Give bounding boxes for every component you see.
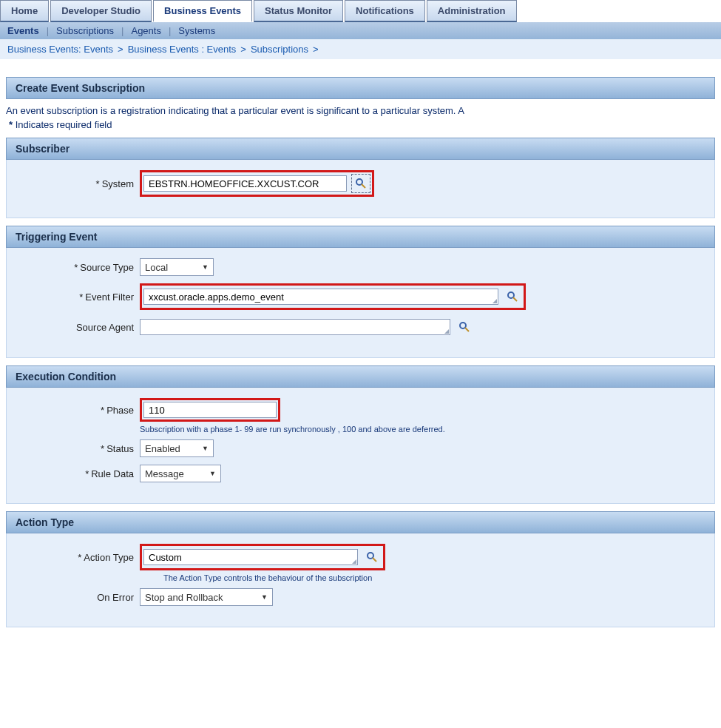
tab-business-events[interactable]: Business Events [153,0,252,22]
sub-nav: Events | Subscriptions | Agents | System… [0,22,721,39]
svg-point-6 [368,553,373,559]
tab-status-monitor[interactable]: Status Monitor [254,0,343,22]
section-body-action: *Action Type The Action Type controls th… [6,533,715,627]
page-title: Create Event Subscription [6,77,715,99]
rule-data-label: *Rule Data [16,468,134,479]
source-agent-lov-button[interactable] [455,317,474,337]
subnav-systems[interactable]: Systems [178,25,215,36]
svg-line-3 [513,297,517,301]
search-icon [507,291,518,303]
crumb-separator: > [240,44,246,55]
action-type-hint: The Action Type controls the behaviour o… [163,573,385,582]
tab-developer-studio[interactable]: Developer Studio [50,0,152,22]
subnav-separator: | [47,25,49,36]
rule-data-select[interactable]: Message [140,465,221,482]
subnav-separator: | [169,25,171,36]
source-agent-label-text: Source Agent [76,322,134,333]
source-agent-input[interactable] [140,319,450,335]
source-agent-label: Source Agent [16,322,134,333]
breadcrumb: Business Events: Events > Business Event… [0,39,721,59]
section-body-triggering: *Source Type Local *Event Filter [6,248,715,358]
source-type-label-text: Source Type [80,262,134,273]
rule-data-label-text: Rule Data [91,468,134,479]
crumb-separator: > [118,44,123,55]
main-tabs: Home Developer Studio Business Events St… [0,0,721,22]
tab-administration[interactable]: Administration [427,0,517,22]
system-lov-button[interactable] [351,174,370,193]
action-type-input[interactable] [143,549,358,565]
svg-line-1 [362,184,365,188]
svg-point-0 [356,179,362,185]
system-label: *System [16,178,134,189]
source-type-select[interactable]: Local [140,258,214,276]
on-error-label: On Error [16,592,134,603]
section-header-triggering: Triggering Event [6,226,715,248]
phase-label: *Phase [16,405,134,416]
action-type-label: *Action Type [16,552,134,563]
search-icon [458,321,470,333]
svg-line-7 [373,558,376,562]
action-type-lov-button[interactable] [362,547,382,567]
system-label-text: System [102,178,134,189]
system-input[interactable] [143,175,347,192]
tab-home[interactable]: Home [0,0,49,22]
action-type-label-text: Action Type [84,552,134,563]
search-icon [355,178,367,189]
subnav-subscriptions[interactable]: Subscriptions [56,25,114,36]
phase-hint: Subscription with a phase 1- 99 are run … [140,425,705,434]
subnav-events[interactable]: Events [7,25,39,36]
section-body-subscriber: *System [6,160,715,218]
source-type-label: *Source Type [16,262,134,273]
tab-notifications[interactable]: Notifications [345,0,425,22]
on-error-select[interactable]: Stop and Rollback [140,588,273,606]
svg-line-5 [465,328,469,331]
crumb-2[interactable]: Business Events : Events [128,44,237,55]
svg-point-4 [460,323,466,328]
event-filter-lov-button[interactable] [503,287,522,306]
status-label: *Status [16,443,134,454]
required-note: * * Indicates required field Indicates r… [9,119,721,130]
section-body-execution: *Phase Subscription with a phase 1- 99 a… [6,388,715,504]
svg-point-2 [508,292,514,298]
crumb-3[interactable]: Subscriptions [251,44,308,55]
subnav-separator: | [121,25,123,36]
crumb-1[interactable]: Business Events: Events [7,44,113,55]
on-error-label-text: On Error [97,592,134,603]
subnav-agents[interactable]: Agents [131,25,160,36]
section-header-subscriber: Subscriber [6,138,715,160]
phase-input[interactable] [143,402,277,418]
page-intro: An event subscription is a registration … [6,105,721,116]
phase-label-text: Phase [106,405,134,416]
event-filter-input[interactable] [143,289,498,305]
section-header-execution: Execution Condition [6,365,715,388]
status-select[interactable]: Enabled [140,439,214,457]
required-asterisk-icon: * [9,119,13,130]
section-header-action: Action Type [6,511,715,533]
status-label-text: Status [106,443,134,454]
event-filter-label-text: Event Filter [85,291,134,303]
search-icon [366,551,378,563]
event-filter-label: *Event Filter [16,291,134,303]
crumb-separator: > [313,44,319,55]
